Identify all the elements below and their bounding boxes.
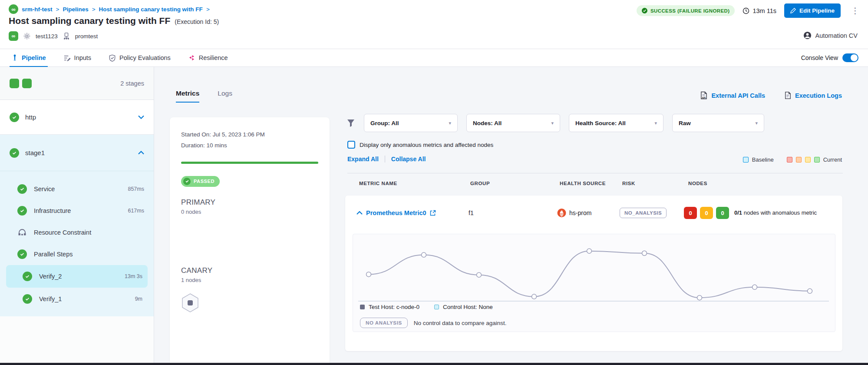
step-infrastructure[interactable]: Infrastructure 617ms [0, 200, 154, 222]
avatar-icon [803, 31, 812, 40]
execution-logs-link[interactable]: Execution Logs [784, 91, 842, 100]
sidebar-stage-http[interactable]: http [0, 100, 154, 135]
chevron-down-icon[interactable] [138, 115, 144, 119]
health-source-filter-dropdown[interactable]: Health Source: All▾ [569, 114, 663, 132]
check-icon [183, 178, 191, 185]
breadcrumb-pipeline-name[interactable]: Host sampling canary testing with FF [99, 6, 203, 13]
collapse-all-link[interactable]: Collapse All [391, 156, 426, 163]
col-metric-name: METRIC NAME [359, 181, 397, 186]
metric-row-card: Prometheus Metric0 f1 hs-prom NO_ANALYSI… [345, 196, 842, 351]
service-name[interactable]: test1123 [36, 33, 58, 40]
chevron-up-icon[interactable] [138, 151, 144, 155]
stage-square-icon[interactable] [22, 79, 32, 88]
chevron-down-icon: ▾ [654, 120, 657, 126]
tab-resilience[interactable]: Resilience [188, 49, 228, 66]
success-check-icon [23, 272, 32, 281]
resilience-icon [188, 54, 195, 62]
divider [385, 156, 385, 163]
success-check-icon [17, 249, 27, 259]
step-service[interactable]: Service 857ms [0, 178, 154, 200]
current-green-swatch [814, 157, 820, 163]
col-health-source: HEALTH SOURCE [560, 181, 606, 186]
clock-icon [743, 7, 749, 14]
no-analysis-badge: NO ANALYSIS [360, 318, 408, 328]
node-risk-counts: 0 0 0 [684, 207, 729, 219]
test-host-swatch [360, 305, 365, 309]
tab-policy-evaluations[interactable]: Policy Evaluations [109, 49, 171, 66]
tab-pipeline[interactable]: Pipeline [11, 49, 46, 66]
breadcrumb-pipelines[interactable]: Pipelines [63, 6, 88, 13]
col-nodes: NODES [688, 181, 707, 186]
environment-icon [62, 32, 71, 40]
primary-node-count: 0 nodes [181, 209, 318, 215]
body: 2 stages http stage1 Service 857ms [0, 67, 868, 363]
stage-square-icon[interactable] [10, 79, 19, 88]
summary-duration: Duration: 10 mins [181, 140, 318, 151]
canary-node-hexagon-icon[interactable] [181, 293, 199, 313]
current-label: Current [823, 156, 842, 163]
expand-all-link[interactable]: Expand All [347, 156, 379, 163]
page-title: Host sampling canary testing with FF [9, 16, 170, 26]
red-node-count: 0 [684, 207, 697, 219]
current-yellow-swatch [805, 157, 811, 163]
step-list: Service 857ms Infrastructure 617ms Resou… [0, 171, 154, 310]
edit-pipeline-button[interactable]: Edit Pipeline [784, 3, 841, 18]
control-host-swatch [434, 305, 439, 309]
external-link-icon[interactable] [430, 210, 436, 216]
step-resource-constraint[interactable]: Resource Constraint [0, 222, 154, 243]
inputs-icon [63, 54, 71, 62]
canary-label: CANARY [181, 266, 318, 275]
doc-icon [784, 91, 791, 100]
tab-metrics[interactable]: Metrics [176, 90, 199, 103]
prometheus-icon [557, 209, 566, 218]
toggle-knob [851, 54, 858, 61]
chart-color-legend: Baseline Current [743, 156, 842, 163]
data-type-dropdown[interactable]: Raw▾ [672, 114, 764, 132]
environment-name[interactable]: promtest [75, 33, 98, 40]
yellow-node-count: 0 [700, 207, 713, 219]
step-verify-1[interactable]: Verify_1 9m [6, 288, 148, 310]
success-check-icon [17, 184, 27, 194]
filter-funnel-icon[interactable] [347, 119, 355, 127]
passed-badge: PASSED [181, 176, 220, 187]
filter-row: Group: All▾ Nodes: All▾ Health Source: A… [347, 114, 764, 132]
console-view-control: Console View [801, 53, 858, 62]
metric-chart[interactable] [356, 239, 831, 304]
breadcrumb-project[interactable]: srm-hf-test [22, 6, 53, 13]
metric-name-link[interactable]: Prometheus Metric0 [366, 209, 436, 216]
triggered-by: Automation CV [803, 31, 858, 40]
group-filter-dropdown[interactable]: Group: All▾ [364, 114, 458, 132]
tab-logs[interactable]: Logs [218, 90, 232, 103]
analysis-status: NO ANALYSIS No control data to compare a… [360, 318, 507, 328]
console-view-label: Console View [801, 54, 838, 61]
sidebar-stage-stage1[interactable]: stage1 [0, 135, 154, 171]
api-doc-icon: API [700, 91, 707, 100]
col-risk: RISK [622, 181, 635, 186]
risk-badge: NO_ANALYSIS [620, 208, 667, 218]
external-api-calls-link[interactable]: API External API Calls [700, 91, 765, 100]
more-options-icon[interactable]: ⋮ [848, 6, 862, 16]
breadcrumb-separator: > [92, 6, 96, 13]
status-badge: SUCCESS (FAILURE IGNORED) [637, 5, 735, 16]
anomalous-checkbox[interactable] [347, 141, 355, 149]
step-verify-2[interactable]: Verify_2 13m 3s [6, 265, 148, 288]
expand-collapse-controls: Expand All Collapse All [347, 156, 426, 163]
metrics-analysis-panel: API External API Calls Execution Logs Gr… [339, 67, 868, 363]
execution-duration: 13m 11s [743, 7, 776, 14]
page: ∞ srm-hf-test > Pipelines > Host samplin… [0, 0, 868, 365]
nodes-summary: 0/1 nodes with anomalous metric [734, 209, 845, 217]
stage-count: 2 stages [120, 80, 144, 87]
success-check-icon [17, 206, 27, 216]
verification-summary-panel: Metrics Logs Started On: Jul 5, 2023 1:0… [154, 67, 339, 363]
cd-module-icon: ∞ [9, 31, 18, 41]
primary-label: PRIMARY [181, 198, 318, 207]
tab-inputs[interactable]: Inputs [63, 49, 92, 66]
started-on: Started On: Jul 5, 2023 1:06 PM [181, 129, 318, 140]
metric-group: f1 [469, 209, 474, 216]
console-view-toggle[interactable] [842, 53, 858, 62]
metric-row: Prometheus Metric0 f1 hs-prom NO_ANALYSI… [345, 202, 842, 224]
window-bottom-edge [0, 363, 868, 365]
step-parallel-steps[interactable]: Parallel Steps [0, 243, 154, 265]
collapse-chevron-up-icon[interactable] [356, 211, 363, 215]
nodes-filter-dropdown[interactable]: Nodes: All▾ [466, 114, 560, 132]
